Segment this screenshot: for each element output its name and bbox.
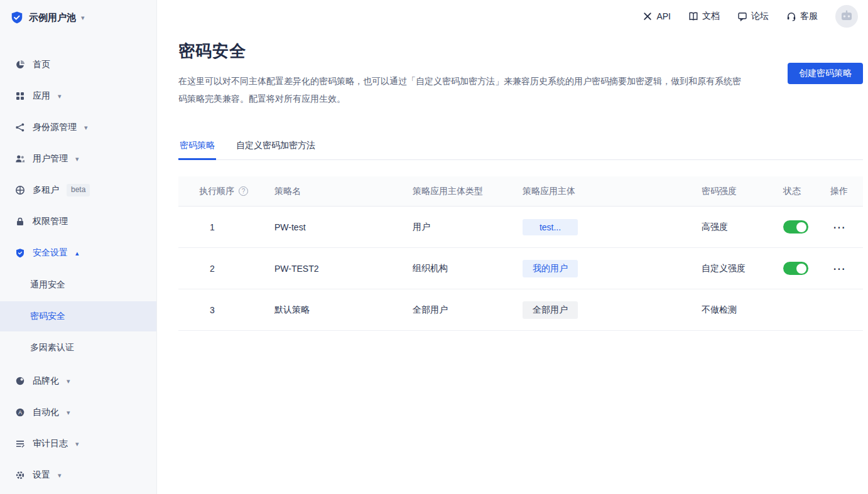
subject-tag[interactable]: test...	[523, 219, 578, 235]
tab-bar: 密码策略 自定义密码加密方法	[178, 140, 863, 160]
subject-tag: 全部用户	[523, 301, 578, 319]
chevron-down-icon: ▾	[67, 378, 70, 385]
tab-password-policy[interactable]: 密码策略	[178, 140, 216, 159]
table-header-row: 执行顺序 ? 策略名 策略应用主体类型 策略应用主体 密码强度 状态 操作	[178, 176, 863, 207]
sidebar-subitem-label: 密码安全	[30, 311, 65, 322]
chevron-down-icon: ▾	[67, 409, 70, 416]
status-toggle[interactable]	[783, 262, 808, 275]
sidebar-item-label: 自动化	[33, 407, 59, 418]
automation-icon: A	[15, 407, 25, 417]
topbar-link-forum[interactable]: 论坛	[737, 11, 769, 22]
sidebar-subitem-label: 通用安全	[30, 279, 65, 291]
chevron-down-icon: ▾	[58, 472, 62, 479]
sidebar: 示例用户池 ▾ 首页 应用 ▾ 身份源管理	[0, 0, 157, 494]
sidebar-item-label: 多租户	[33, 185, 59, 196]
status-cell	[772, 220, 819, 234]
sidebar-item-user-management[interactable]: 用户管理 ▾	[0, 144, 156, 173]
sidebar-subitem-general-security[interactable]: 通用安全	[0, 270, 156, 300]
topbar: API 文档 论坛 客服	[157, 0, 868, 28]
chevron-down-icon: ▾	[75, 156, 79, 163]
sidebar-item-multi-tenant[interactable]: 多租户 beta	[0, 176, 156, 205]
order-cell: 1	[178, 222, 263, 232]
support-headset-icon	[786, 11, 796, 21]
sidebar-item-permissions[interactable]: 权限管理	[0, 207, 156, 236]
sidebar-subitem-label: 多因素认证	[30, 342, 74, 353]
sidebar-item-automation[interactable]: A 自动化 ▾	[0, 398, 156, 427]
app-root: 示例用户池 ▾ 首页 应用 ▾ 身份源管理	[0, 0, 868, 494]
help-icon[interactable]: ?	[239, 186, 248, 196]
brand-icon	[15, 376, 25, 386]
order-cell: 3	[178, 305, 263, 315]
sidebar-item-branding[interactable]: 品牌化 ▾	[0, 367, 156, 395]
topbar-link-api[interactable]: API	[643, 11, 671, 21]
sidebar-item-settings[interactable]: 设置 ▾	[0, 461, 156, 490]
topbar-link-label: 文档	[702, 11, 720, 22]
more-actions-button[interactable]: ⋯	[830, 262, 848, 275]
policy-table: 执行顺序 ? 策略名 策略应用主体类型 策略应用主体 密码强度 状态 操作 1 …	[178, 176, 863, 331]
sidebar-item-identity-sources[interactable]: 身份源管理 ▾	[0, 113, 156, 142]
topbar-link-support[interactable]: 客服	[786, 11, 818, 22]
audit-log-icon	[15, 439, 25, 449]
topbar-link-label: API	[656, 11, 671, 21]
subject-tag[interactable]: 我的用户	[523, 260, 578, 277]
chevron-down-icon: ▾	[58, 93, 62, 100]
header-strength: 密码强度	[690, 186, 772, 197]
sidebar-item-label: 身份源管理	[33, 122, 77, 133]
sidebar-item-audit-logs[interactable]: 审计日志 ▾	[0, 429, 156, 458]
order-cell: 2	[178, 264, 263, 274]
sidebar-item-security-settings[interactable]: 安全设置 ▴	[0, 239, 156, 267]
header-actions: 操作	[819, 186, 863, 197]
table-row: 2 PW-TEST2 组织机构 我的用户 自定义强度 ⋯	[178, 248, 863, 289]
sidebar-item-apps[interactable]: 应用 ▾	[0, 82, 156, 110]
strength-cell: 自定义强度	[690, 263, 772, 274]
workspace-selector[interactable]: 示例用户池 ▾	[0, 0, 156, 35]
policy-name-cell: 默认策略	[263, 304, 401, 316]
api-icon	[643, 11, 653, 21]
sidebar-subitem-password-security[interactable]: 密码安全	[0, 301, 156, 331]
actions-cell: ⋯	[819, 262, 863, 275]
page-title: 密码安全	[178, 40, 747, 62]
topbar-link-label: 论坛	[751, 11, 769, 22]
svg-text:A: A	[18, 409, 22, 416]
subject-type-cell: 全部用户	[401, 304, 511, 316]
docs-book-icon	[688, 11, 698, 21]
table-row: 1 PW-test 用户 test... 高强度 ⋯	[178, 207, 863, 248]
create-policy-button[interactable]: 创建密码策略	[788, 63, 863, 84]
table-row: 3 默认策略 全部用户 全部用户 不做检测	[178, 289, 863, 331]
tab-custom-encryption[interactable]: 自定义密码加密方法	[235, 140, 317, 159]
page-header: 密码安全 在这里可以对不同主体配置差异化的密码策略，也可以通过「自定义密码加密方…	[178, 40, 863, 107]
actions-cell: ⋯	[819, 221, 863, 234]
status-cell	[772, 262, 819, 275]
sidebar-nav: 首页 应用 ▾ 身份源管理 ▾ 用户管理	[0, 35, 156, 494]
forum-chat-icon	[737, 11, 747, 21]
page-description: 在这里可以对不同主体配置差异化的密码策略，也可以通过「自定义密码加密方法」来兼容…	[178, 72, 747, 107]
subject-cell: 我的用户	[511, 260, 690, 277]
subject-type-cell: 用户	[401, 222, 511, 233]
pie-chart-icon	[15, 60, 25, 70]
more-actions-button[interactable]: ⋯	[830, 221, 848, 234]
users-icon	[15, 154, 25, 164]
chevron-down-icon: ▾	[81, 14, 85, 21]
policy-name-cell: PW-test	[263, 222, 401, 232]
sidebar-item-label: 权限管理	[33, 216, 68, 227]
subject-type-cell: 组织机构	[401, 263, 511, 274]
chevron-up-icon: ▴	[75, 250, 79, 257]
sidebar-item-label: 首页	[33, 59, 50, 70]
status-toggle[interactable]	[783, 220, 808, 234]
sidebar-item-label: 品牌化	[33, 375, 59, 387]
share-nodes-icon	[15, 122, 25, 132]
sidebar-item-label: 审计日志	[33, 438, 68, 449]
header-order: 执行顺序 ?	[178, 186, 263, 197]
sidebar-item-home[interactable]: 首页	[0, 50, 156, 79]
sidebar-subitem-mfa[interactable]: 多因素认证	[0, 333, 156, 363]
header-policy-name: 策略名	[263, 186, 401, 197]
subject-cell: test...	[511, 219, 690, 235]
shield-icon	[15, 248, 25, 258]
page-header-text: 密码安全 在这里可以对不同主体配置差异化的密码策略，也可以通过「自定义密码加密方…	[178, 40, 747, 107]
shield-logo-icon	[10, 11, 24, 24]
sidebar-item-label: 应用	[33, 90, 50, 102]
page-content: 密码安全 在这里可以对不同主体配置差异化的密码策略，也可以通过「自定义密码加密方…	[157, 28, 868, 494]
user-avatar[interactable]	[835, 5, 858, 28]
sidebar-item-label: 设置	[33, 470, 50, 481]
topbar-link-docs[interactable]: 文档	[688, 11, 720, 22]
